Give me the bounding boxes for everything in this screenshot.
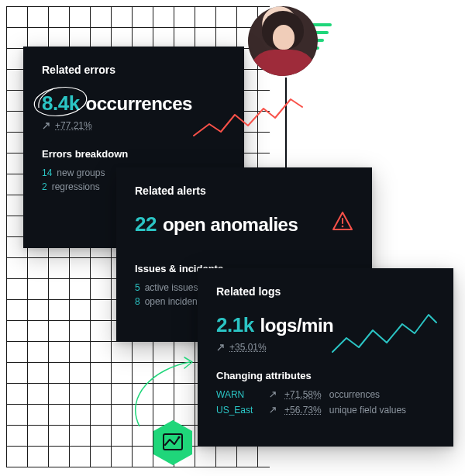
metric-row: 8.4k occurrences (42, 91, 226, 116)
card-title: Related logs (216, 285, 435, 298)
delta-percent: +77.21% (55, 120, 92, 131)
card-title: Related alerts (135, 185, 353, 197)
trend-up-icon (42, 122, 50, 130)
logs-sparkline (329, 307, 438, 361)
metric-value: 2.1k (216, 313, 254, 337)
avatar (248, 6, 318, 76)
metric-value: 22 (135, 212, 157, 236)
metric-row: 22 open anomalies (135, 212, 353, 236)
subhead: Errors breakdown (42, 148, 226, 160)
metric-unit: logs/min (260, 315, 334, 336)
metric-unit: open anomalies (163, 214, 298, 236)
related-logs-card: Related logs 2.1k logs/min +35.01% Chang… (198, 268, 453, 447)
attr-grid: WARN +71.58% occurrences US_East +56.73%… (216, 389, 435, 416)
avatar-connector-line (285, 78, 287, 171)
hex-badge-icon (151, 419, 195, 467)
attr-row: WARN +71.58% occurrences (216, 389, 435, 400)
attr-row: US_East +56.73% unique field values (216, 405, 435, 416)
svg-point-8 (342, 226, 344, 228)
alert-triangle-icon (332, 211, 353, 231)
trend-up-icon (269, 406, 277, 414)
svg-point-11 (177, 436, 180, 438)
trend-up-icon (216, 343, 225, 352)
trend-up-icon (269, 391, 277, 398)
delta-percent: +35.01% (229, 342, 267, 353)
metric-value: 8.4k (42, 91, 80, 115)
card-title: Related errors (42, 64, 226, 76)
subhead: Changing attributes (216, 370, 435, 381)
delta-row: +77.21% (42, 120, 226, 131)
metric-unit: occurrences (86, 93, 192, 115)
avatar-wrap (248, 6, 326, 84)
